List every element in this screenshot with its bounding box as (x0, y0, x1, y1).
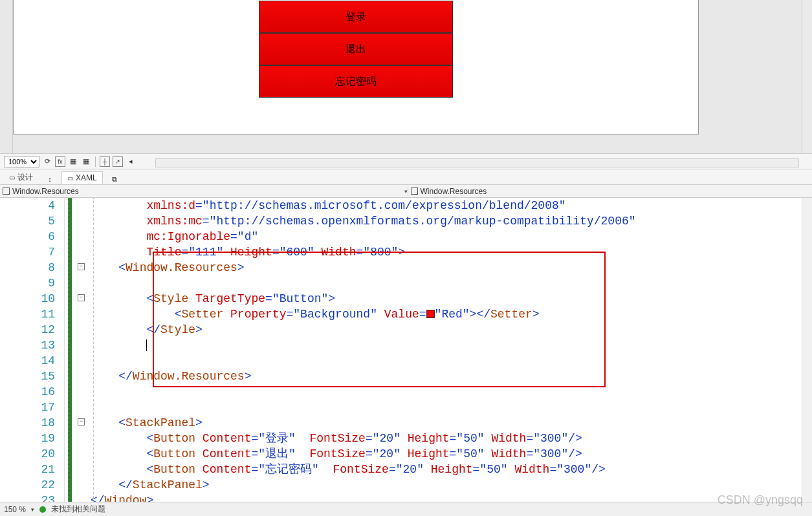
code-line[interactable]: <Button Content="忘记密码" FontSize="20" Hei… (91, 462, 812, 477)
line-number: 20 (0, 446, 55, 462)
indent-guide (93, 198, 94, 502)
ruler-vertical (0, 0, 13, 153)
breadcrumb-right-text: Window.Resources (421, 187, 487, 196)
element-icon (3, 188, 10, 195)
code-line[interactable]: <StackPanel> (91, 415, 812, 431)
line-number: 9 (0, 275, 55, 291)
element-icon (411, 188, 418, 195)
color-swatch-icon (426, 310, 435, 318)
fx-icon[interactable]: fx (55, 156, 65, 167)
code-line[interactable]: <Button Content="退出" FontSize="20" Heigh… (91, 446, 812, 462)
line-number: 16 (0, 384, 55, 400)
window-preview: 登录 退出 忘记密码 (13, 0, 699, 134)
line-gutter: 4 5 6 7 8 9 10 11 12 13 14 15 16 17 18 1… (0, 198, 65, 502)
code-area[interactable]: xmlns:d="http://schemas.microsoft.com/ex… (65, 198, 812, 502)
grid1-icon[interactable]: ▦ (68, 156, 78, 167)
designer-canvas: 登录 退出 忘记密码 (0, 0, 812, 154)
code-line[interactable]: </Window.Resources> (91, 369, 812, 384)
line-number: 8 (0, 260, 55, 275)
code-line[interactable]: </Window> (91, 493, 812, 502)
breadcrumb-bar: Window.Resources ▾ Window.Resources (0, 185, 812, 198)
line-number: 13 (0, 338, 55, 353)
xaml-tab-icon: ▭ (67, 175, 73, 182)
line-number: 14 (0, 353, 55, 369)
refresh-icon[interactable]: ⟳ (42, 156, 52, 167)
line-number: 5 (0, 213, 55, 229)
preview-button-login[interactable]: 登录 (259, 1, 453, 33)
zoom-label[interactable]: 150 % (4, 505, 26, 514)
breadcrumb-left-text: Window.Resources (12, 187, 79, 196)
code-line[interactable]: <Button Content="登录" FontSize="20" Heigh… (91, 431, 812, 446)
code-line[interactable]: mc:Ignorable="d" (91, 229, 812, 244)
popout-icon[interactable]: ↗ (113, 156, 123, 167)
line-number: 23 (0, 493, 55, 502)
view-tabs: ▭ 设计 ↕ ▭ XAML ⧉ (0, 169, 812, 185)
scrollbar-vertical[interactable] (802, 0, 812, 153)
code-line[interactable]: <Window.Resources> (91, 260, 812, 275)
code-line[interactable]: </Style> (91, 322, 812, 338)
design-tab-icon: ▭ (9, 174, 15, 181)
preview-button-exit[interactable]: 退出 (259, 33, 453, 65)
line-number: 21 (0, 462, 55, 477)
code-line[interactable]: xmlns:mc="http://schemas.openxmlformats.… (91, 213, 812, 229)
preview-button-forgot[interactable]: 忘记密码 (259, 65, 453, 98)
line-number: 10 (0, 291, 55, 306)
code-line[interactable] (91, 384, 812, 400)
code-editor[interactable]: 4 5 6 7 8 9 10 11 12 13 14 15 16 17 18 1… (0, 198, 812, 502)
breadcrumb-right[interactable]: Window.Resources (408, 187, 813, 196)
line-number: 19 (0, 431, 55, 446)
snap-icon[interactable]: ┼ (100, 156, 110, 167)
code-line[interactable] (91, 338, 812, 353)
popout2-icon[interactable]: ⧉ (109, 174, 120, 184)
line-number: 11 (0, 306, 55, 322)
line-number: 12 (0, 322, 55, 338)
line-number: 4 (0, 198, 55, 213)
prev-icon[interactable]: ◂ (126, 156, 136, 167)
code-line[interactable] (91, 353, 812, 369)
issues-text[interactable]: 未找到相关问题 (51, 504, 105, 515)
code-line[interactable]: xmlns:d="http://schemas.microsoft.com/ex… (91, 198, 812, 213)
tab-xaml-label: XAML (76, 173, 97, 182)
separator (95, 156, 96, 167)
line-number: 17 (0, 400, 55, 415)
line-number: 6 (0, 229, 55, 244)
canvas[interactable]: 登录 退出 忘记密码 (13, 0, 802, 153)
horizontal-scrollbar[interactable] (155, 158, 799, 167)
code-line[interactable]: Title="111" Height="600" Width="800"> (91, 244, 812, 260)
code-line[interactable]: <Style TargetType="Button"> (91, 291, 812, 306)
code-line[interactable] (91, 400, 812, 415)
indent-guide (69, 198, 69, 502)
status-ok-icon (39, 506, 46, 513)
zoom-select[interactable]: 100% (4, 156, 39, 167)
breadcrumb-left[interactable]: Window.Resources (0, 187, 404, 196)
line-number: 15 (0, 369, 55, 384)
line-number: 22 (0, 477, 55, 493)
editor-vertical-scrollbar[interactable] (802, 198, 812, 502)
tab-design[interactable]: ▭ 设计 (4, 171, 38, 184)
code-line[interactable]: </StackPanel> (91, 477, 812, 493)
line-number: 7 (0, 244, 55, 260)
tab-design-label: 设计 (17, 172, 33, 183)
status-bar: 150 % ▾ 未找到相关问题 (0, 502, 812, 516)
line-number: 18 (0, 415, 55, 431)
text-caret (146, 339, 147, 351)
grid2-icon[interactable]: ▦ (81, 156, 91, 167)
tab-xaml[interactable]: ▭ XAML (61, 171, 103, 184)
swap-icon[interactable]: ↕ (45, 174, 55, 184)
button-stack: 登录 退出 忘记密码 (259, 1, 453, 98)
designer-toolbar: 100% ⟳ fx ▦ ▦ ┼ ↗ ◂ (0, 154, 812, 169)
code-line[interactable] (91, 275, 812, 291)
code-line[interactable]: <Setter Property="Background" Value="Red… (91, 306, 812, 322)
